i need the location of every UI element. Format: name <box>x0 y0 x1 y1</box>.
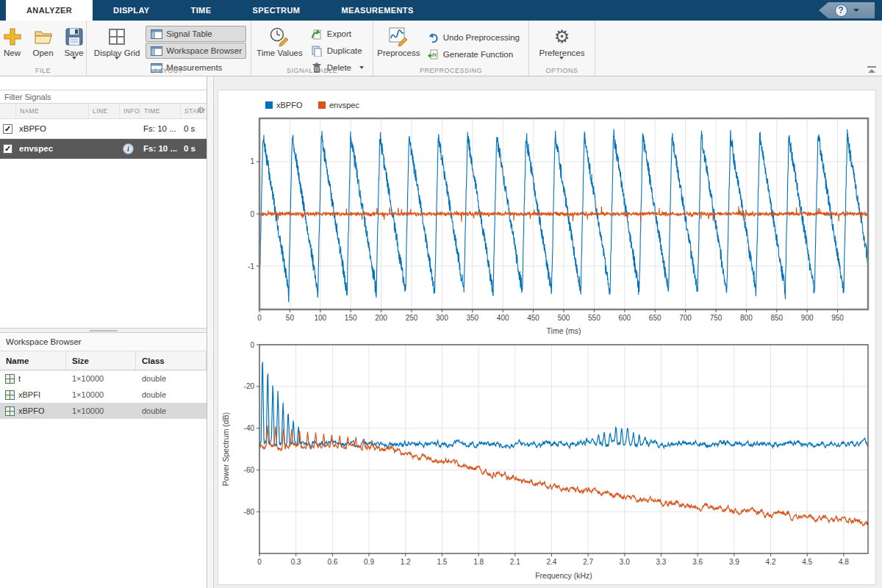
col-time[interactable]: TIME <box>140 104 180 118</box>
svg-text:650: 650 <box>649 314 662 322</box>
export-button[interactable]: Export <box>306 26 368 42</box>
undo-icon <box>427 32 440 43</box>
svg-text:3.6: 3.6 <box>692 558 703 566</box>
svg-text:4.8: 4.8 <box>839 558 849 566</box>
tab-time[interactable]: TIME <box>171 0 232 21</box>
time-values-label: Time Values <box>257 49 303 57</box>
panel-scrollbar[interactable] <box>207 76 214 588</box>
collapse-ribbon-button[interactable] <box>867 66 876 73</box>
svg-text:850: 850 <box>770 314 783 322</box>
xbpfo-checkbox[interactable]: ✓ <box>3 124 12 134</box>
col-line[interactable]: LINE <box>88 104 119 118</box>
workspace-browser-title: Workspace Browser <box>0 333 207 351</box>
undo-preprocessing-label: Undo Preprocessing <box>443 33 520 42</box>
section-label-signal-table: SIGNAL TABLE <box>251 67 373 74</box>
col-check[interactable] <box>0 104 15 118</box>
workspace-empty-area <box>0 419 207 588</box>
signal-row-xbpfo[interactable]: ✓ xBPFO Fs: 10 ... 0 s <box>0 119 207 139</box>
filter-signals-input[interactable]: Filter Signals <box>0 90 207 104</box>
tab-display[interactable]: DISPLAY <box>93 0 170 21</box>
svg-text:500: 500 <box>558 314 570 322</box>
save-button[interactable]: Save <box>60 24 88 65</box>
export-icon <box>311 29 323 40</box>
section-label-preprocessing: PREPROCESSING <box>373 67 528 74</box>
ws-col-name[interactable]: Name <box>0 351 66 370</box>
toolstrip-tabbar: ANALYZER DISPLAY TIME SPECTRUM MEASUREME… <box>0 0 882 21</box>
collapse-ribbon-icon <box>868 69 875 73</box>
preprocess-button[interactable]: Preprocess <box>378 24 420 60</box>
help-caret-icon[interactable] <box>853 9 859 12</box>
svg-text:0.6: 0.6 <box>327 558 337 566</box>
duplicate-icon <box>311 46 323 57</box>
svg-text:900: 900 <box>801 314 814 322</box>
svg-text:700: 700 <box>679 314 692 322</box>
panel-splitter[interactable] <box>0 328 207 333</box>
toggle-workspace-browser[interactable]: Workspace Browser <box>146 43 246 59</box>
ws-var-name: xBPFI <box>18 390 40 399</box>
envspec-checkbox[interactable]: ✓ <box>3 144 12 154</box>
workspace-row-t[interactable]: t 1×10000 double <box>0 370 207 387</box>
tab-measurements[interactable]: MEASUREMENTS <box>320 0 434 21</box>
svg-text:0.3: 0.3 <box>291 558 301 566</box>
signal-start: 0 s <box>180 124 207 133</box>
section-preprocessing: Preprocess Undo Preprocessing fx Generat… <box>373 21 529 76</box>
preferences-button[interactable]: ⚙ Preferences <box>534 24 589 65</box>
svg-text:0.9: 0.9 <box>364 558 374 566</box>
left-panel: Filter Signals NAME LINE INFO TIME START… <box>0 76 207 588</box>
generate-function-button[interactable]: fx Generate Function <box>423 46 524 62</box>
svg-text:800: 800 <box>740 314 753 322</box>
svg-text:750: 750 <box>710 314 723 322</box>
section-label-file: FILE <box>0 67 86 74</box>
ws-col-size[interactable]: Size <box>66 351 136 370</box>
export-label: Export <box>327 29 351 38</box>
workspace-browser-label: Workspace Browser <box>166 46 242 55</box>
svg-text:3.0: 3.0 <box>620 558 630 566</box>
open-button[interactable]: Open <box>29 24 57 60</box>
preprocess-label: Preprocess <box>377 49 420 57</box>
duplicate-button[interactable]: Duplicate <box>306 43 368 59</box>
display-grid-button[interactable]: Display Grid <box>91 24 143 65</box>
signal-row-envspec[interactable]: ✓ envspec i Fs: 10 ... 0 s <box>0 139 207 159</box>
workspace-browser-icon <box>150 46 162 57</box>
undo-preprocessing-button[interactable]: Undo Preprocessing <box>423 29 524 46</box>
envspec-info-icon[interactable]: i <box>123 143 134 154</box>
workspace-row-xbpfi[interactable]: xBPFI 1×10000 double <box>0 387 207 403</box>
open-label: Open <box>32 49 53 57</box>
table-settings-gear-icon[interactable]: ⚙ <box>197 106 205 115</box>
plot-area: 0501001502002503003504004505005506006507… <box>214 76 882 588</box>
section-label-layout: LAYOUT <box>87 67 251 74</box>
col-info[interactable]: INFO <box>119 104 140 118</box>
signal-table-label: Signal Table <box>166 29 212 38</box>
signal-start: 0 s <box>180 144 207 153</box>
help-button[interactable]: ? <box>819 2 875 18</box>
svg-text:1.5: 1.5 <box>437 558 447 566</box>
ribbon: New Open Save FILE Di <box>0 21 882 76</box>
signal-time: Fs: 10 ... <box>140 144 180 153</box>
signal-table-icon <box>150 29 162 40</box>
signal-name: xBPFO <box>15 124 88 133</box>
section-label-options: OPTIONS <box>529 67 595 74</box>
open-icon <box>33 26 54 48</box>
duplicate-label: Duplicate <box>327 46 362 55</box>
signal-time: Fs: 10 ... <box>140 124 180 133</box>
section-file: New Open Save FILE <box>0 21 87 76</box>
spectrum-plot[interactable]: 00.30.60.91.21.51.82.12.42.73.03.33.63.9… <box>218 340 877 586</box>
toggle-signal-table[interactable]: Signal Table <box>146 26 246 42</box>
time-values-button[interactable]: Time Values <box>256 24 304 60</box>
signal-analyzer-app: ANALYZER DISPLAY TIME SPECTRUM MEASUREME… <box>0 0 882 588</box>
new-button[interactable]: New <box>0 24 26 60</box>
svg-text:Time (ms): Time (ms) <box>547 326 581 335</box>
col-name[interactable]: NAME <box>15 104 88 118</box>
svg-text:Frequency (kHz): Frequency (kHz) <box>535 571 592 580</box>
svg-text:-20: -20 <box>244 382 255 390</box>
tab-analyzer[interactable]: ANALYZER <box>6 0 93 21</box>
svg-text:3.9: 3.9 <box>729 558 739 566</box>
svg-text:0: 0 <box>257 314 262 322</box>
svg-text:2.1: 2.1 <box>510 558 520 566</box>
time-plot[interactable]: 0501001502002503003504004505005506006507… <box>218 90 877 340</box>
workspace-row-xbpfo[interactable]: xBPFO 1×10000 double <box>0 403 207 419</box>
ws-col-class[interactable]: Class <box>136 351 207 370</box>
help-icon[interactable]: ? <box>835 4 847 17</box>
tab-spectrum[interactable]: SPECTRUM <box>232 0 320 21</box>
svg-text:350: 350 <box>466 314 478 322</box>
